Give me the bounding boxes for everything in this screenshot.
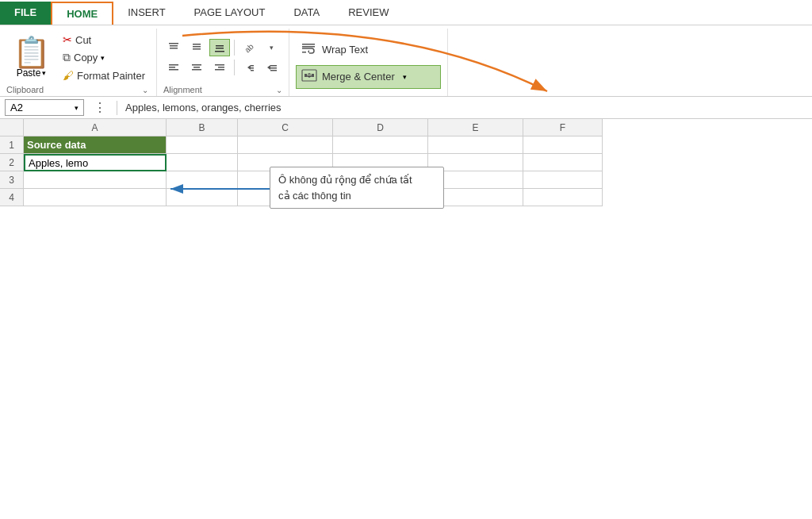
table-row: 1 Source data: [0, 136, 812, 154]
svg-rect-28: [302, 46, 315, 48]
cell-B1[interactable]: [167, 136, 238, 154]
svg-rect-16: [215, 64, 224, 66]
cell-C1[interactable]: [238, 136, 333, 154]
name-box[interactable]: A2 ▾: [5, 99, 84, 116]
svg-rect-0: [169, 43, 178, 44]
svg-rect-27: [302, 44, 315, 45]
svg-rect-17: [218, 67, 224, 68]
alignment-group: ab ▾: [157, 29, 289, 96]
format-painter-icon: 🖌: [63, 69, 74, 82]
tab-insert[interactable]: INSERT: [113, 2, 179, 25]
column-headers: A B C D E F: [0, 119, 812, 136]
cell-A4[interactable]: [24, 189, 167, 206]
align-bottom-button[interactable]: [209, 39, 230, 56]
cell-B3[interactable]: [167, 171, 238, 189]
tab-page-layout[interactable]: PAGE LAYOUT: [180, 2, 280, 25]
cell-D1[interactable]: [333, 136, 428, 154]
align-separator-1: [234, 40, 235, 56]
svg-rect-6: [216, 45, 224, 47]
align-bottom-row: [163, 59, 282, 76]
svg-rect-11: [169, 67, 175, 68]
svg-marker-36: [307, 76, 312, 78]
svg-rect-26: [270, 70, 277, 71]
annotation-text-line2: cả các thông tin: [278, 190, 351, 202]
align-right-button[interactable]: [209, 59, 230, 76]
svg-rect-4: [193, 46, 201, 48]
svg-rect-18: [215, 69, 224, 71]
svg-rect-25: [270, 67, 277, 69]
orientation-button[interactable]: ab: [239, 39, 259, 56]
clipboard-section-label: Clipboard: [6, 85, 44, 94]
svg-marker-29: [308, 50, 309, 53]
wrap-merge-group: Wrap Text: [289, 29, 448, 96]
name-box-value: A2: [10, 102, 23, 113]
formula-bar: A2 ▾ ⋮ Apples, lemons, oranges, cherries: [0, 97, 812, 119]
cell-E1[interactable]: [428, 136, 523, 154]
tab-bar: FILE HOME INSERT PAGE LAYOUT DATA REVIEW: [0, 0, 812, 25]
wrap-text-button[interactable]: Wrap Text: [296, 38, 441, 62]
cell-B2[interactable]: [167, 154, 238, 171]
svg-rect-13: [192, 64, 201, 66]
cell-A3[interactable]: [24, 171, 167, 189]
align-left-button[interactable]: [163, 59, 184, 76]
tab-review[interactable]: REVIEW: [334, 2, 403, 25]
svg-rect-30: [302, 52, 306, 53]
svg-rect-7: [216, 48, 224, 49]
cell-F3[interactable]: [523, 171, 603, 189]
svg-rect-1: [170, 45, 178, 47]
paste-button[interactable]: 📋 Paste ▾: [6, 34, 56, 82]
formula-content: Apples, lemons, oranges, cherries: [122, 100, 807, 115]
row-header-4: 4: [0, 189, 24, 206]
cell-A2[interactable]: Apples, lemo: [24, 154, 167, 171]
svg-rect-3: [193, 44, 201, 45]
align-top-button[interactable]: [163, 39, 184, 56]
copy-arrow-icon: ▾: [101, 54, 105, 62]
svg-rect-32: [304, 74, 307, 77]
svg-rect-22: [251, 70, 254, 71]
merge-center-icon: [301, 68, 317, 86]
svg-marker-35: [307, 73, 312, 75]
merge-center-label: Merge & Center: [322, 71, 395, 83]
clipboard-actions: ✂ Cut ⧉ Copy ▾ 🖌 Format Painter: [56, 32, 148, 83]
row-header-3: 3: [0, 171, 24, 189]
col-header-E: E: [428, 119, 523, 136]
col-header-F: F: [523, 119, 603, 136]
cell-F1[interactable]: [523, 136, 603, 154]
cell-B4[interactable]: [167, 189, 238, 206]
svg-rect-14: [193, 67, 200, 68]
decrease-indent-button[interactable]: [239, 59, 259, 76]
copy-button[interactable]: ⧉ Copy ▾: [59, 49, 148, 66]
svg-rect-24: [270, 65, 277, 67]
svg-marker-23: [267, 65, 270, 70]
cut-button[interactable]: ✂ Cut: [59, 32, 148, 48]
orientation-arrow-button[interactable]: ▾: [262, 39, 282, 56]
paste-label: Paste: [17, 67, 41, 79]
merge-center-arrow-icon: ▾: [403, 73, 407, 81]
tab-home[interactable]: HOME: [51, 2, 113, 25]
name-box-arrow-icon: ▾: [75, 104, 79, 112]
format-painter-button[interactable]: 🖌 Format Painter: [59, 67, 148, 83]
copy-label: Copy: [74, 52, 98, 63]
cut-label: Cut: [75, 34, 91, 46]
svg-rect-33: [312, 74, 314, 77]
merge-center-button[interactable]: Merge & Center ▾: [296, 65, 441, 89]
clipboard-expander-icon[interactable]: ⌄: [142, 86, 148, 94]
tab-file[interactable]: FILE: [0, 2, 51, 25]
tab-data[interactable]: DATA: [279, 2, 334, 25]
cell-A1[interactable]: Source data: [24, 136, 167, 154]
svg-text:ab: ab: [243, 42, 255, 54]
cell-F4[interactable]: [523, 189, 603, 206]
increase-indent-button[interactable]: [262, 59, 282, 76]
paste-arrow-icon: ▾: [42, 69, 46, 77]
alignment-expander-icon[interactable]: ⌄: [276, 86, 282, 94]
paste-icon: 📋: [13, 37, 50, 67]
format-painter-label: Format Painter: [77, 70, 145, 82]
svg-rect-5: [193, 48, 201, 50]
align-middle-button[interactable]: [186, 39, 207, 56]
wrap-text-icon: [301, 41, 317, 59]
align-center-button[interactable]: [186, 59, 207, 76]
copy-icon: ⧉: [63, 51, 71, 64]
cell-F2[interactable]: [523, 154, 603, 171]
col-header-D: D: [333, 119, 428, 136]
formula-dots-button[interactable]: ⋮: [89, 100, 112, 115]
